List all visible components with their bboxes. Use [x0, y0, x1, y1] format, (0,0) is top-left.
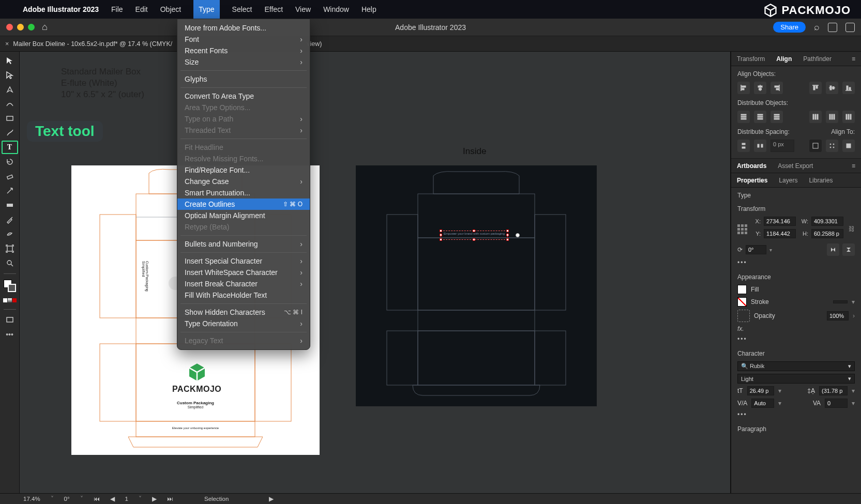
- align-right-icon[interactable]: [771, 82, 783, 94]
- menu-window[interactable]: Window: [323, 5, 349, 13]
- menu-item-recent-fonts[interactable]: Recent Fonts›: [177, 45, 310, 56]
- blob-brush-tool-icon[interactable]: [2, 227, 18, 241]
- fx-label[interactable]: fx.: [737, 325, 744, 332]
- selected-text-object[interactable]: Empower your brand with custom packaging: [441, 231, 508, 240]
- paintbrush-tool-icon[interactable]: [2, 126, 18, 140]
- app-name[interactable]: Adobe Illustrator 2023: [23, 5, 99, 13]
- align-vcenter-icon[interactable]: [826, 82, 838, 94]
- pen-tool-icon[interactable]: [2, 83, 18, 96]
- edit-toolbar-icon[interactable]: •••: [2, 328, 18, 341]
- align-bottom-icon[interactable]: [842, 82, 855, 94]
- menu-item-more-from-adobe-fonts[interactable]: More from Adobe Fonts...: [177, 22, 310, 34]
- align-left-icon[interactable]: [737, 82, 750, 94]
- spacing-input[interactable]: 0 px: [771, 140, 794, 152]
- menu-type[interactable]: Type: [193, 0, 219, 19]
- align-to-key-icon[interactable]: [842, 140, 855, 152]
- dist-spacing-v-icon[interactable]: [737, 140, 750, 152]
- link-wh-icon[interactable]: ⛓: [849, 225, 855, 233]
- menu-item-insert-whitespace-character[interactable]: Insert WhiteSpace Character›: [177, 267, 310, 278]
- zoom-level[interactable]: 17.4%: [23, 496, 40, 502]
- align-to-artboard-icon[interactable]: [809, 140, 822, 152]
- rotation-value[interactable]: 0°: [64, 496, 70, 502]
- font-weight-dropdown[interactable]: Light▾: [737, 374, 855, 384]
- zoom-tool-icon[interactable]: [2, 256, 18, 270]
- menu-item-glyphs[interactable]: Glyphs: [177, 73, 310, 85]
- fill-swatch[interactable]: [737, 285, 747, 294]
- window-zoom-icon[interactable]: [28, 24, 35, 30]
- menu-item-show-hidden-characters[interactable]: Show Hidden Characters⌥ ⌘ I: [177, 307, 310, 318]
- window-close-icon[interactable]: [6, 24, 13, 30]
- selection-tool-icon[interactable]: [2, 54, 18, 67]
- tab-close-icon[interactable]: ×: [5, 40, 9, 48]
- font-size-input[interactable]: 26.49 p: [747, 386, 774, 395]
- align-top-icon[interactable]: [809, 82, 822, 94]
- search-icon[interactable]: ⌕: [814, 22, 820, 33]
- distribute-right-icon[interactable]: [842, 111, 855, 123]
- align-hcenter-icon[interactable]: [754, 82, 766, 94]
- document-tab[interactable]: Mailer Box Dieline - 10x6.5x2-in.pdf* @ …: [13, 40, 172, 48]
- transform-x-input[interactable]: 2734.146: [764, 217, 796, 226]
- tab-properties[interactable]: Properties: [731, 173, 773, 187]
- curvature-tool-icon[interactable]: [2, 97, 18, 111]
- more-options-icon[interactable]: •••: [737, 259, 855, 266]
- stroke-swatch[interactable]: [737, 297, 747, 307]
- artboard-page[interactable]: 1: [125, 496, 128, 502]
- menu-item-convert-to-area-type[interactable]: Convert To Area Type: [177, 90, 310, 102]
- menu-file[interactable]: File: [111, 5, 123, 13]
- menu-item-size[interactable]: Size›: [177, 56, 310, 68]
- distribute-hcenter-icon[interactable]: [826, 111, 838, 123]
- menu-item-optical-margin-alignment[interactable]: Optical Margin Alignment: [177, 210, 310, 221]
- tab-layers[interactable]: Layers: [773, 173, 803, 187]
- color-mode-icon[interactable]: [2, 295, 18, 306]
- rotation-input[interactable]: 0°: [746, 245, 766, 254]
- menu-item-find-replace-font[interactable]: Find/Replace Font...: [177, 164, 310, 176]
- eraser-tool-icon[interactable]: [2, 170, 18, 183]
- tab-libraries[interactable]: Libraries: [803, 173, 838, 187]
- menu-item-change-case[interactable]: Change Case›: [177, 176, 310, 187]
- menu-item-insert-break-character[interactable]: Insert Break Character›: [177, 278, 310, 289]
- menu-item-type-orientation[interactable]: Type Orientation›: [177, 318, 310, 329]
- artboard-nav-first-icon[interactable]: ⏮: [94, 496, 100, 502]
- distribute-left-icon[interactable]: [809, 111, 822, 123]
- tab-asset-export[interactable]: Asset Export: [772, 159, 819, 173]
- scale-tool-icon[interactable]: [2, 184, 18, 197]
- gradient-tool-icon[interactable]: [2, 198, 18, 212]
- eyedropper-tool-icon[interactable]: [2, 213, 18, 226]
- home-icon[interactable]: ⌂: [42, 22, 48, 33]
- menu-view[interactable]: View: [295, 5, 311, 13]
- arrange-icon[interactable]: [828, 23, 837, 32]
- tab-transform[interactable]: Transform: [731, 52, 771, 66]
- reference-point-icon[interactable]: [737, 224, 747, 234]
- share-button[interactable]: Share: [773, 22, 806, 33]
- distribute-vcenter-icon[interactable]: [754, 111, 766, 123]
- workspace-icon[interactable]: [845, 23, 855, 32]
- font-family-dropdown[interactable]: 🔍 Rubik▾: [737, 361, 855, 371]
- tab-artboards[interactable]: Artboards: [731, 159, 772, 173]
- menu-item-bullets-and-numbering[interactable]: Bullets and Numbering›: [177, 238, 310, 250]
- canvas[interactable]: Standard Mailer Box E-flute (White) 10" …: [20, 52, 731, 494]
- fill-stroke-icon[interactable]: [2, 278, 18, 294]
- menu-help[interactable]: Help: [361, 5, 376, 13]
- menu-edit[interactable]: Edit: [135, 5, 148, 13]
- panel-menu-icon-2[interactable]: ≡: [846, 159, 861, 173]
- kerning-input[interactable]: Auto: [751, 399, 774, 408]
- window-minimize-icon[interactable]: [17, 24, 24, 30]
- menu-select[interactable]: Select: [232, 5, 252, 13]
- flip-v-icon[interactable]: [842, 243, 855, 256]
- screen-mode-icon[interactable]: [2, 313, 18, 327]
- more-options-icon-2[interactable]: •••: [737, 335, 855, 343]
- direct-selection-tool-icon[interactable]: [2, 68, 18, 82]
- leading-input[interactable]: (31.78 p: [819, 386, 848, 395]
- more-options-icon-3[interactable]: •••: [737, 411, 855, 418]
- stroke-weight-input[interactable]: [833, 300, 848, 303]
- menu-effect[interactable]: Effect: [264, 5, 283, 13]
- menu-item-insert-special-character[interactable]: Insert Special Character›: [177, 255, 310, 267]
- align-to-selection-icon[interactable]: [826, 140, 838, 152]
- type-tool-icon[interactable]: T: [2, 141, 18, 154]
- menu-object[interactable]: Object: [160, 5, 181, 13]
- tab-pathfinder[interactable]: Pathfinder: [797, 52, 837, 66]
- dist-spacing-h-icon[interactable]: [754, 140, 766, 152]
- flip-h-icon[interactable]: [827, 243, 839, 256]
- transform-y-input[interactable]: 1184.442: [764, 229, 796, 238]
- artboard-nav-next-icon[interactable]: ▶: [152, 495, 157, 502]
